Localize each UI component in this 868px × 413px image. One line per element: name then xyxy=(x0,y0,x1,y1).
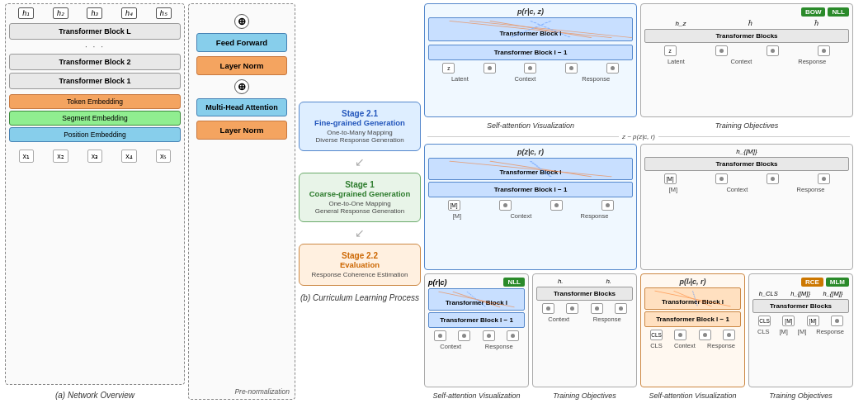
h1-label: h₁ xyxy=(18,7,34,19)
h4-label: h₄ xyxy=(121,7,137,19)
feed-forward-block: Feed Forward xyxy=(196,33,287,52)
rce-mlm-column: RCE MLM h_CLS h_{[M]} h_{[M]} Transforme… xyxy=(748,273,853,400)
cell-cls1: CLS xyxy=(650,330,663,340)
stage-21-box: Stage 2.1 Fine-grained Generation One-to… xyxy=(299,102,421,151)
h-dot-subtitle: Training Objectives xyxy=(532,392,637,400)
plus-circle-bottom: ⊕ xyxy=(234,79,249,94)
stage-22-title: Evaluation xyxy=(306,260,413,269)
cell-z: z xyxy=(442,63,455,74)
cell-dot16 xyxy=(591,303,603,314)
pzcr-title: p(z|c, r) xyxy=(428,148,633,156)
stage-21-desc: Diverse Response Generation xyxy=(306,136,413,144)
prc-block-l1: Transformer Block l − 1 xyxy=(428,312,525,328)
embedding-stack: Token Embedding Segment Embedding Positi… xyxy=(9,94,181,142)
rce-mlm-box: RCE MLM h_CLS h_{[M]} h_{[M]} Transforme… xyxy=(748,273,853,387)
stage-21-title: Fine-grained Generation xyxy=(306,118,413,127)
cell-resp1 xyxy=(483,330,495,341)
hcls-label: h_CLS xyxy=(759,290,778,297)
cell-resp2 xyxy=(507,330,519,341)
middle-row: p(z|c, r) Transformer Block l Transforme… xyxy=(424,144,853,270)
h-dot-labels: h. h. xyxy=(536,278,633,285)
layer-norm-1-block: Layer Norm xyxy=(196,56,287,75)
curriculum-label: (b) Curriculum Learning Process xyxy=(299,293,421,302)
cell-dot10 xyxy=(601,200,614,211)
nll-badge-top: NLL xyxy=(828,7,849,17)
transformer-blocks-bot-left: Transformer Blocks xyxy=(536,287,633,301)
bow-nll-box: BOW NLL h_z h̃ h̃ Transformer Blocks z xyxy=(640,3,853,117)
h-dot-1: h. xyxy=(558,278,564,285)
pzcr-labels: [M] Context Response xyxy=(428,212,633,220)
cell-dot3 xyxy=(565,63,578,74)
pzcr-diag-svg xyxy=(429,159,632,179)
transformer-blocks-mid: Transformer Blocks xyxy=(644,157,849,171)
cell-dot19 xyxy=(699,330,711,340)
cell-dot2 xyxy=(524,63,536,74)
prc-diag-svg xyxy=(429,289,524,310)
transformer-blocks-bot-right: Transformer Blocks xyxy=(752,299,849,313)
hm-box: h_{[M]} Transformer Blocks [M] [M] Conte… xyxy=(640,144,853,270)
rce-cells: CLS [M] [M] xyxy=(752,316,849,326)
stage-21-number: Stage 2.1 xyxy=(306,109,413,118)
bow-cells: z xyxy=(644,45,849,56)
main-layout: h₁ h₂ h₃ h₄ h₅ Transformer Block L · · ·… xyxy=(0,0,858,403)
transformer-blocks: Transformer Block L · · · Transformer Bl… xyxy=(9,23,181,89)
hm3-label: h_{[M]} xyxy=(790,290,810,297)
cell-m4: [M] xyxy=(807,316,819,326)
cell-ctx1 xyxy=(434,330,446,341)
h-dot-box: h. h. Transformer Blocks Context Respons… xyxy=(532,273,637,387)
prenorm-label: Pre-normalization xyxy=(234,387,290,396)
segment-embedding: Segment Embedding xyxy=(9,111,181,126)
prc-header: p(r|c) NLL xyxy=(428,278,525,287)
h-dot-cells xyxy=(536,303,633,314)
plrcr-subtitle: Self-attention Visualization xyxy=(640,392,745,400)
h-dot-label-row: Context Response xyxy=(536,316,633,323)
cell-m1: [M] xyxy=(448,200,460,211)
diag-lines-svg xyxy=(429,18,632,40)
multi-head-attention-block: Multi-Head Attention xyxy=(196,98,287,116)
h3-label: h₃ xyxy=(87,7,102,19)
prc-box: p(r|c) NLL Transformer Block l Transform… xyxy=(424,273,529,387)
token-x5: x₅ xyxy=(156,150,172,163)
plrcr-box: p(lᵣ|c, r) Transformer Block l Transform… xyxy=(640,273,745,387)
hm-cells: [M] xyxy=(644,173,849,184)
pzcr-block-l1: Transformer Block l − 1 xyxy=(428,182,633,197)
transformer-block-l: Transformer Block L xyxy=(9,23,181,40)
stage-22-desc: Response Coherence Estimation xyxy=(306,271,413,278)
rce-h-labels: h_CLS h_{[M]} h_{[M]} xyxy=(752,290,849,297)
pzcr-cells: [M] xyxy=(428,200,633,211)
cell-dot15 xyxy=(566,303,578,314)
pzcr-box: p(z|c, r) Transformer Block l Transforme… xyxy=(424,144,637,270)
prcz-box: p(r|c, z) Transformer Block l Transforme… xyxy=(424,3,637,117)
cell-dot6 xyxy=(767,45,779,56)
hm-label: h_{[M]} xyxy=(644,148,849,155)
cell-dot14 xyxy=(542,303,554,314)
top-row: p(r|c, z) Transformer Block l Transforme… xyxy=(424,3,853,130)
arrow-down-1: ↙ xyxy=(299,155,421,169)
stage-1-desc: General Response Generation xyxy=(306,207,413,215)
cell-dot4 xyxy=(606,63,619,74)
cell-dot11 xyxy=(715,173,728,184)
cell-cls2: CLS xyxy=(758,316,771,326)
bow-badge: BOW xyxy=(801,7,826,17)
pzcr-block-l: Transformer Block l xyxy=(428,158,633,180)
bottom-row: p(r|c) NLL Transformer Block l Transform… xyxy=(424,273,853,400)
bow-nll-column: BOW NLL h_z h̃ h̃ Transformer Blocks z xyxy=(640,3,853,130)
right-diagrams-column: p(r|c, z) Transformer Block l Transforme… xyxy=(424,3,853,400)
prc-title: p(r|c) xyxy=(428,278,447,287)
rce-badge: RCE xyxy=(801,278,823,287)
transformer-blocks-top: Transformer Blocks xyxy=(644,29,849,43)
cell-dot18 xyxy=(674,330,686,340)
svg-line-7 xyxy=(531,161,551,177)
bow-labels: Latent Context Response xyxy=(644,58,849,65)
pzcr-column: p(z|c, r) Transformer Block l Transforme… xyxy=(424,144,637,270)
curriculum-column: Stage 2.1 Fine-grained Generation One-to… xyxy=(299,3,421,400)
cell-dot8 xyxy=(499,200,512,211)
svg-line-2 xyxy=(490,21,592,37)
stage-22-number: Stage 2.2 xyxy=(306,251,413,260)
prc-subtitle: Self-attention Visualization xyxy=(424,392,529,400)
prc-block-l: Transformer Block l xyxy=(428,288,525,311)
h2-label: h₂ xyxy=(53,7,68,19)
h-tilde-2: h̃ xyxy=(814,20,818,27)
prcz-title: p(r|c, z) xyxy=(428,7,633,16)
cell-dot1 xyxy=(484,63,496,74)
